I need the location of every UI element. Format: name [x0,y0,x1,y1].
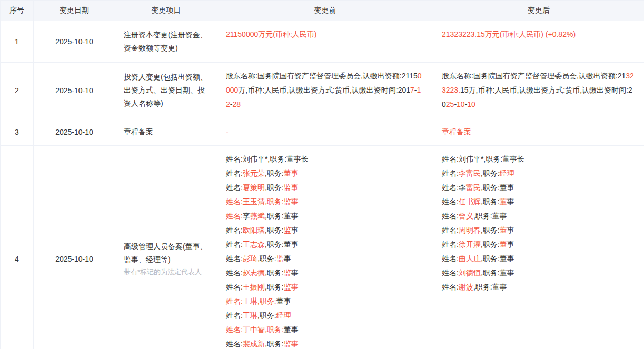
item-label: 高级管理人员备案(董事、监事、经理等) [124,240,209,266]
header-change-date: 变更日期 [34,1,115,21]
text-line: 姓名:王琳,职务:经理 [226,308,424,323]
diff-segment: 姓名:王琳,职务: [226,297,276,305]
before-cell: 姓名:刘伟平*,职务:董事长姓名:张元荣,职务:董事姓名:夏策明,职务:监事姓名… [217,146,433,349]
diff-segment: 姓名: [226,226,243,234]
diff-segment: 董 [500,226,507,234]
diff-segment: 姓名: [442,197,459,206]
item-label: 注册资本变更(注册资金、资金数额等变更) [124,28,209,55]
diff-segment: 姓名:李 [442,183,466,192]
diff-segment: 姓名: [226,283,243,291]
before-cell: - [217,118,433,146]
change-records-table: 序号 变更日期 变更项目 变更前 变更后 12025-10-10注册资本变更(注… [0,0,644,349]
diff-segment: 王琳 [243,311,257,320]
diff-segment: 赵志德 [243,268,265,277]
item-cell: 高级管理人员备案(董事、监事、经理等)带有*标记的为法定代表人 [115,146,217,349]
diff-segment: 事 [507,226,514,234]
diff-segment: 监事 [284,340,299,348]
diff-segment: 王志森 [243,240,265,248]
text-line: 姓名:裴成新,职务:监事 [226,337,424,349]
date-cell: 2025-10-10 [34,146,115,349]
diff-segment: 董事 [284,169,299,177]
text-line: 姓名:王琳,职务:董事 [226,294,424,308]
diff-segment: ,职务: [257,254,276,263]
diff-segment: ,职务: [481,197,500,206]
diff-segment: 事 [291,268,299,277]
diff-segment: 姓名: [226,240,243,248]
diff-segment: ,职务:董事 [481,183,514,192]
item-note: 带有*标记的为法定代表人 [124,266,209,277]
diff-segment: ,职务:董事 [481,268,514,277]
text-line: 21150000万元(币种:人民币) [226,27,424,42]
diff-segment: 姓名: [442,212,459,220]
diff-segment: 富民 [466,183,481,192]
diff-segment: ,职务: [265,340,284,348]
diff-segment: ,职务: [265,183,284,192]
item-label: 章程备案 [124,125,209,138]
diff-segment: 董事 [276,297,291,305]
diff-segment: 监事 [284,183,299,192]
after-cell: 21323223.15万元(币种:人民币) (+0.82%) [433,21,644,63]
text-line: 姓名:曲大庄,职务:董事 [442,252,636,266]
diff-segment: ,职务: [265,283,284,291]
text-line: - [226,125,424,139]
after-cell: 章程备案 [433,118,644,146]
text-line: 姓名:刘德恒,职务:董事 [442,266,636,280]
text-line: 姓名:刘伟平*,职务:董事长 [226,152,424,166]
text-line: 姓名:欧阳琪,职务:监事 [226,223,424,237]
diff-segment: ,职务:董事 [265,212,299,220]
text-line: 姓名:徐开灌,职务:董事 [442,237,636,252]
diff-segment: 姓名:王玉清,职务:监事 [226,197,299,206]
diff-segment: 7 [410,86,414,94]
diff-segment: 李富民 [459,169,481,177]
diff-segment: 董 [500,240,507,248]
diff-segment: 姓名: [442,268,459,277]
date-cell: 2025-10-10 [34,63,115,118]
seq-cell: 4 [1,146,34,349]
diff-segment: 欧阳琪 [243,226,265,234]
diff-segment: 姓名: [226,254,243,263]
diff-segment: 裴成新 [243,340,265,348]
text-line: 姓名:周明春,职务:董事 [442,223,636,237]
diff-segment: 王振刚 [243,283,265,291]
item-cell: 投资人变更(包括出资额、出资方式、出资日期、投资人名称等) [115,63,217,118]
diff-segment: ,职务:董事 [265,240,299,248]
diff-segment: 周明春 [459,226,481,234]
diff-segment: 姓名:丁中智,职务: [226,325,284,334]
diff-segment: 燕斌 [250,212,265,220]
diff-segment: 姓名: [442,169,459,177]
header-after-change: 变更后 [433,1,644,21]
diff-segment: 股东名称:国务院国有资产监督管理委员会,认缴出资额:21 [442,72,626,80]
diff-segment: 曾义 [459,212,473,220]
after-cell: 姓名:刘伟平*,职务:董事长姓名:李富民,职务:经理姓名:李富民,职务:董事姓名… [433,146,644,349]
text-line: 姓名:李富民,职务:经理 [442,166,636,181]
text-line: 姓名:王振刚,职务:监事 [226,280,424,294]
text-line: 21323223.15万元(币种:人民币) (+0.82%) [442,27,636,42]
diff-segment: 彭琦 [243,254,257,263]
diff-segment: ,职务: [257,311,276,320]
diff-segment: 曲大庄 [459,254,481,263]
text-line: 姓名:李燕斌,职务:董事 [226,209,424,223]
before-cell: 21150000万元(币种:人民币) [217,21,433,63]
diff-segment: ,职务: [481,240,500,248]
diff-segment: ,职务: [265,169,284,177]
text-line: 姓名:张元荣,职务:董事 [226,166,424,181]
header-before-change: 变更前 [217,1,433,21]
diff-segment: 股东名称:国务院国有资产监督管理委员会,认缴出资额:2115 [226,72,418,80]
diff-segment: 事 [507,240,514,248]
date-cell: 2025-10-10 [34,118,115,146]
diff-segment: 徐开灌 [459,240,481,248]
text-line: 姓名:彭琦,职务:监事 [226,252,424,266]
diff-segment: ,职务: [481,226,500,234]
diff-segment: 监 [284,226,291,234]
diff-segment: 事 [284,254,291,263]
diff-segment: 姓名: [226,311,243,320]
text-line: 章程备案 [442,125,636,139]
diff-segment: 姓名: [226,268,243,277]
seq-cell: 3 [1,118,34,146]
table-row: 32025-10-10章程备案-章程备案 [1,118,644,146]
diff-segment: 10 [467,100,475,108]
diff-segment: ,职务: [265,226,284,234]
diff-segment: 刘德恒 [459,268,481,277]
diff-segment: ,职务:董事 [473,212,507,220]
text-line: 姓名:王志森,职务:董事 [226,237,424,252]
